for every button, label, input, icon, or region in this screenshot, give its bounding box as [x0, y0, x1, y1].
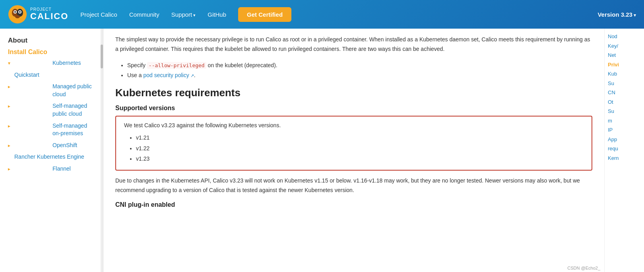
main-nav: Project Calico Community Support GitHub … — [80, 7, 597, 22]
supported-versions-intro: We test Calico v3.23 against the followi… — [124, 122, 584, 128]
nav-community[interactable]: Community — [129, 11, 159, 18]
right-sidebar-su1[interactable]: Su — [608, 80, 641, 87]
calico-logo-icon — [8, 5, 27, 24]
api-changes-note: Due to changes in the Kubernetes API, Ca… — [115, 176, 592, 195]
bullet-allow-privileged: Specify --allow-privileged on the kubele… — [127, 60, 592, 70]
right-sidebar-key[interactable]: Key/ — [608, 42, 641, 50]
right-sidebar-nod[interactable]: Nod — [608, 33, 641, 41]
version-item-3: v1.23 — [136, 153, 584, 164]
sidebar-item-quickstart[interactable]: Quickstart — [0, 69, 103, 81]
version-list: v1.21 v1.22 v1.23 — [124, 132, 584, 164]
sidebar-item-openshift[interactable]: ▸ OpenShift — [0, 140, 103, 152]
intro-paragraph: The simplest way to provide the necessar… — [115, 35, 592, 54]
right-sidebar-su2[interactable]: Su — [608, 107, 641, 115]
chevron-right-icon: ▸ — [8, 84, 50, 90]
nav-project-calico[interactable]: Project Calico — [80, 11, 117, 18]
privilege-bullets: Specify --allow-privileged on the kubele… — [115, 60, 592, 80]
sidebar-heading: About — [0, 33, 103, 47]
sidebar-scrollbar-thumb[interactable] — [101, 45, 103, 68]
svg-point-7 — [15, 15, 20, 18]
header: PROJECT CALICO Project Calico Community … — [0, 0, 644, 29]
watermark: CSDN @Echo2_ — [567, 266, 600, 270]
right-sidebar-app[interactable]: App — [608, 136, 641, 144]
right-sidebar-priv[interactable]: Privi — [608, 61, 641, 69]
sidebar-item-kubernetes[interactable]: ▾ Kubernetes — [0, 57, 103, 69]
right-sidebar-net[interactable]: Net — [608, 51, 641, 59]
right-sidebar-ip[interactable]: IP — [608, 126, 641, 134]
version-selector[interactable]: Version 3.23 — [597, 11, 636, 18]
pod-security-policy-link[interactable]: pod security policy — [143, 72, 194, 78]
cni-plugin-heading: CNI plug-in enabled — [115, 201, 592, 208]
sidebar-item-flannel[interactable]: ▸ Flannel — [0, 163, 103, 175]
left-sidebar: About Install Calico ▾ Kubernetes Quicks… — [0, 29, 103, 272]
right-sidebar: Nod Key/ Net Privi Kub Su CN Ot Su m IP … — [604, 29, 644, 272]
version-item-1: v1.21 — [136, 132, 584, 143]
right-sidebar-cn[interactable]: CN — [608, 89, 641, 97]
chevron-right-icon-2: ▸ — [8, 103, 50, 110]
logo-calico-text: CALICO — [30, 12, 68, 21]
right-sidebar-kub[interactable]: Kub — [608, 70, 641, 78]
svg-point-6 — [19, 11, 21, 13]
right-sidebar-kern[interactable]: Kern — [608, 154, 641, 162]
main-layout: About Install Calico ▾ Kubernetes Quicks… — [0, 29, 644, 272]
supported-versions-heading: Supported versions — [115, 105, 592, 112]
bullet-pod-security: Use a pod security policy. — [127, 70, 592, 80]
right-sidebar-requ[interactable]: requ — [608, 145, 641, 153]
sidebar-active-item[interactable]: Install Calico — [0, 47, 103, 57]
nav-support[interactable]: Support — [171, 11, 196, 18]
chevron-right-icon-3: ▸ — [8, 123, 50, 130]
version-item-2: v1.22 — [136, 143, 584, 154]
chevron-right-icon-5: ▸ — [8, 166, 50, 173]
sidebar-item-self-managed-on-prem[interactable]: ▸ Self-managed on-premises — [0, 120, 103, 140]
kubernetes-requirements-title: Kubernetes requirements — [115, 87, 592, 99]
sidebar-item-rancher[interactable]: Rancher Kubernetes Engine — [0, 151, 103, 163]
main-content: The simplest way to provide the necessar… — [103, 29, 604, 272]
right-sidebar-m[interactable]: m — [608, 117, 641, 125]
nav-github[interactable]: GitHub — [208, 11, 226, 18]
sidebar-scrollbar — [101, 29, 103, 272]
sidebar-item-managed-cloud[interactable]: ▸ Managed public cloud — [0, 81, 103, 100]
get-certified-button[interactable]: Get Certified — [238, 7, 291, 22]
supported-versions-box: We test Calico v3.23 against the followi… — [115, 116, 592, 171]
sidebar-item-self-managed-public[interactable]: ▸ Self-managed public cloud — [0, 100, 103, 120]
right-sidebar-ot[interactable]: Ot — [608, 98, 641, 106]
code-allow-privileged: --allow-privileged — [147, 62, 206, 69]
svg-point-5 — [14, 11, 16, 13]
logo-area[interactable]: PROJECT CALICO — [8, 5, 68, 24]
chevron-right-icon-4: ▸ — [8, 142, 50, 149]
chevron-down-icon: ▾ — [8, 60, 50, 67]
